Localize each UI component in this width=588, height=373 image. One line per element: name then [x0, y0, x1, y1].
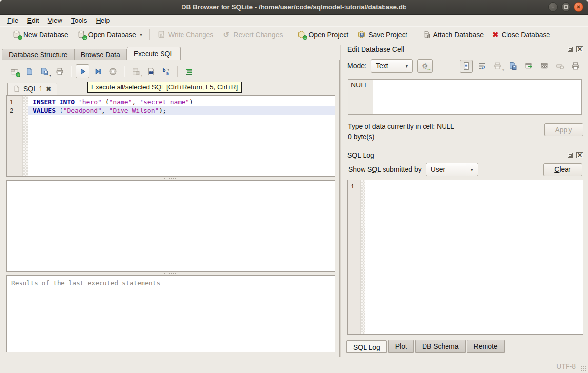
main-toolbar: + New Database → Open Database ▾ Write C… — [0, 26, 588, 42]
results-grid-panel[interactable] — [6, 180, 335, 272]
splitter-handle[interactable] — [6, 177, 335, 180]
new-sql-tab-button[interactable]: + — [7, 64, 21, 78]
save-sql-file-button[interactable]: ▾ — [38, 64, 51, 78]
open-project-label: Open Project — [308, 31, 348, 39]
attach-database-button[interactable]: Attach Database — [418, 28, 488, 41]
title-bar[interactable]: DB Browser for SQLite - /home/user/code/… — [0, 0, 588, 15]
log-source-combobox[interactable]: User ▾ — [426, 163, 478, 176]
link-cell-button[interactable] — [538, 60, 551, 73]
sql1-tab-label: SQL 1 — [23, 85, 42, 93]
sql-log-view[interactable]: 1 — [347, 180, 583, 335]
text-view-button[interactable] — [460, 60, 473, 73]
close-database-label: Close Database — [502, 31, 550, 39]
sql1-tab[interactable]: SQL 1 ✖ — [7, 83, 57, 95]
cell-value-editor[interactable]: NULL — [348, 79, 582, 115]
set-null-button[interactable] — [553, 60, 567, 73]
open-external-button[interactable] — [522, 60, 535, 73]
window-title: DB Browser for SQLite - /home/user/code/… — [182, 3, 406, 11]
apply-button[interactable]: Apply — [544, 123, 583, 136]
word-wrap-icon — [478, 62, 486, 70]
print-icon — [571, 62, 580, 70]
execute-line-button[interactable] — [91, 64, 104, 78]
toolbar-grip[interactable] — [414, 30, 416, 40]
tab-database-structure[interactable]: Database Structure — [2, 49, 75, 60]
close-database-button[interactable]: ✖ Close Database — [488, 29, 554, 41]
stop-execution-button[interactable] — [106, 64, 120, 78]
maximize-icon — [564, 5, 568, 9]
print-cell-button[interactable] — [569, 60, 582, 73]
dock-close-icon[interactable]: ✕ — [576, 46, 583, 52]
toolbar-grip[interactable] — [4, 30, 6, 40]
cell-info-area: Type of data currently in cell: NULL 0 b… — [342, 122, 588, 142]
window-controls: – ✕ — [548, 2, 583, 12]
tab-sql-log[interactable]: SQL Log — [346, 340, 387, 353]
sql1-tab-close-icon[interactable]: ✖ — [46, 86, 51, 92]
clear-log-button[interactable]: Clear — [543, 163, 582, 176]
tab-db-schema[interactable]: DB Schema — [415, 340, 466, 353]
find-button[interactable] — [144, 64, 158, 78]
new-database-label: New Database — [23, 31, 68, 39]
save-sql-dropdown-icon[interactable]: ▾ — [49, 73, 51, 78]
new-database-button[interactable]: + New Database — [8, 28, 73, 41]
resize-grip[interactable] — [581, 366, 587, 372]
dock-divider[interactable] — [340, 45, 341, 357]
revert-changes-button[interactable]: ↺ Revert Changes — [218, 28, 287, 41]
export-data-button[interactable] — [507, 60, 520, 73]
mode-combobox[interactable]: Text ▾ — [371, 59, 413, 73]
import-data-button[interactable]: ▾ — [491, 60, 504, 73]
sql-code-editor[interactable]: 1 2 INSERT INTO "hero" ("name", "secret_… — [6, 95, 335, 177]
menu-bar: File Edit View Tools Help — [0, 15, 588, 26]
save-sql-file-icon — [41, 67, 49, 76]
menu-tools[interactable]: Tools — [67, 16, 92, 25]
tab-browse-data[interactable]: Browse Data — [75, 49, 127, 60]
replace-button[interactable]: ba — [159, 64, 173, 78]
cell-null-value: NULL — [351, 81, 368, 89]
main-tab-bar: Database Structure Browse Data Execute S… — [2, 47, 181, 60]
open-project-button[interactable]: → Open Project — [293, 28, 353, 41]
auto-mode-button[interactable]: ⚙ → — [417, 59, 433, 73]
attach-database-icon — [422, 30, 430, 39]
execute-sql-panel: + ▾ ▾ — [2, 60, 340, 357]
close-button[interactable]: ✕ — [574, 2, 583, 12]
tab-remote[interactable]: Remote — [467, 340, 505, 353]
execution-log-panel[interactable]: Results of the last executed statements — [6, 275, 335, 352]
log-fold-margin — [361, 180, 365, 334]
code-area[interactable]: INSERT INTO "hero" ("name", "secret_name… — [28, 96, 335, 176]
sql-toolbar: + ▾ ▾ — [6, 63, 335, 80]
format-sql-icon — [185, 67, 193, 76]
tab-plot[interactable]: Plot — [388, 340, 414, 353]
execute-all-button[interactable] — [76, 64, 89, 78]
save-results-icon — [132, 67, 140, 76]
sql-toolbar-separator — [71, 66, 71, 77]
menu-view[interactable]: View — [43, 16, 67, 25]
mode-value: Text — [376, 62, 388, 70]
toolbar-separator — [149, 29, 150, 40]
menu-file[interactable]: File — [3, 16, 23, 25]
save-project-button[interactable]: Save Project — [353, 28, 411, 41]
revert-changes-icon: ↺ — [222, 30, 230, 39]
menu-help[interactable]: Help — [92, 16, 115, 25]
edit-cell-dock-title: Edit Database Cell — [347, 45, 404, 53]
right-dock: Edit Database Cell ✕ Mode: Text ▾ ⚙ → — [342, 44, 588, 358]
dock-float-icon[interactable] — [568, 153, 573, 158]
dock-float-icon[interactable] — [568, 47, 573, 52]
save-results-dropdown-icon: ▾ — [141, 73, 142, 78]
sql-document-icon — [13, 85, 20, 92]
splitter-handle[interactable] — [6, 272, 335, 275]
print-sql-button[interactable] — [53, 64, 66, 78]
write-changes-button[interactable]: Write Changes — [153, 28, 218, 41]
word-wrap-button[interactable] — [475, 60, 488, 73]
open-sql-file-icon — [25, 67, 34, 76]
minimize-button[interactable]: – — [548, 2, 558, 12]
open-sql-file-button[interactable] — [22, 64, 36, 78]
dock-close-icon[interactable]: ✕ — [576, 152, 583, 158]
format-sql-button[interactable] — [182, 64, 196, 78]
menu-edit[interactable]: Edit — [23, 16, 43, 25]
sql-log-dock-header: SQL Log ✕ — [342, 150, 588, 160]
tab-execute-sql[interactable]: Execute SQL — [127, 47, 181, 60]
open-database-button[interactable]: → Open Database ▾ — [73, 28, 146, 41]
open-database-dropdown-icon[interactable]: ▾ — [140, 32, 142, 37]
toolbar-grip[interactable] — [289, 30, 291, 40]
save-results-button[interactable]: ▾ — [129, 64, 142, 78]
maximize-button[interactable] — [561, 2, 570, 12]
